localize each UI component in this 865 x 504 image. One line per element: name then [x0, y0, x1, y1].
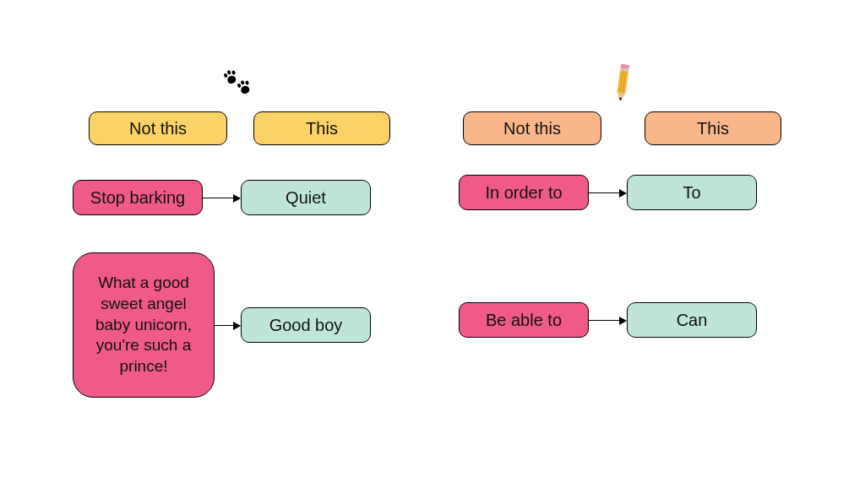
right-header-not-this: Not this	[463, 111, 601, 145]
right-bad-1: In order to	[459, 175, 589, 210]
left-header-not-this: Not this	[89, 111, 227, 145]
svg-marker-6	[618, 98, 623, 102]
right-header-this: This	[645, 111, 781, 145]
right-good-1: To	[627, 175, 757, 210]
right-bad-2: Be able to	[459, 302, 589, 338]
left-header-this: This	[253, 111, 390, 145]
arrow-icon	[589, 320, 626, 321]
diagram-canvas: Not this This Stop barking Quiet What a …	[0, 0, 865, 504]
left-bad-2: What a good sweet angel baby unicorn, yo…	[73, 252, 215, 398]
svg-marker-5	[616, 92, 625, 101]
right-good-2: Can	[627, 302, 757, 338]
left-bad-1: Stop barking	[73, 180, 203, 215]
arrow-icon	[589, 192, 626, 193]
left-good-1: Quiet	[241, 180, 371, 215]
left-good-2: Good boy	[241, 307, 371, 343]
pencil-icon	[612, 63, 634, 104]
arrow-icon	[203, 198, 240, 198]
arrow-icon	[215, 325, 240, 326]
